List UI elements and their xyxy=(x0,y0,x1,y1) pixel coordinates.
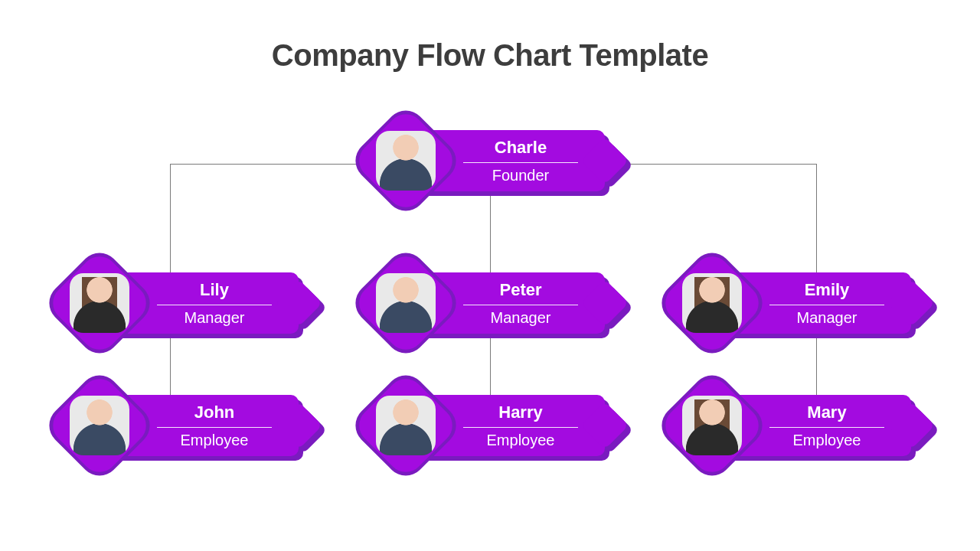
divider xyxy=(463,305,578,305)
divider xyxy=(769,305,884,305)
divider xyxy=(463,427,578,428)
person-role: Employee xyxy=(181,432,249,448)
person-name: Peter xyxy=(499,282,541,298)
avatar xyxy=(376,131,436,191)
avatar xyxy=(682,273,742,333)
person-role: Manager xyxy=(185,310,245,325)
divider xyxy=(157,427,272,428)
divider xyxy=(769,427,884,428)
person-name: Mary xyxy=(807,404,846,421)
org-node-employee-1: John Employee xyxy=(61,395,306,461)
avatar xyxy=(70,396,129,455)
person-name: Lily xyxy=(200,282,229,298)
person-role: Employee xyxy=(487,432,555,448)
org-node-manager-3: Emily Manager xyxy=(674,272,919,338)
org-node-manager-1: Lily Manager xyxy=(61,272,306,338)
person-name: Harry xyxy=(498,404,542,421)
person-role: Employee xyxy=(793,432,861,448)
avatar xyxy=(376,273,436,333)
person-role: Founder xyxy=(492,168,550,183)
person-name: Emily xyxy=(805,282,850,298)
org-node-founder: Charle Founder xyxy=(368,130,612,196)
avatar xyxy=(70,273,129,333)
divider xyxy=(157,305,272,305)
avatar xyxy=(682,396,742,455)
person-role: Manager xyxy=(797,310,858,325)
org-node-manager-2: Peter Manager xyxy=(368,272,612,338)
person-name: John xyxy=(194,404,235,421)
org-node-employee-2: Harry Employee xyxy=(368,395,612,461)
person-role: Manager xyxy=(491,310,551,325)
org-node-employee-3: Mary Employee xyxy=(674,395,919,461)
divider xyxy=(463,162,578,163)
page-title: Company Flow Chart Template xyxy=(0,38,980,73)
person-name: Charle xyxy=(495,139,547,156)
avatar xyxy=(376,396,436,455)
